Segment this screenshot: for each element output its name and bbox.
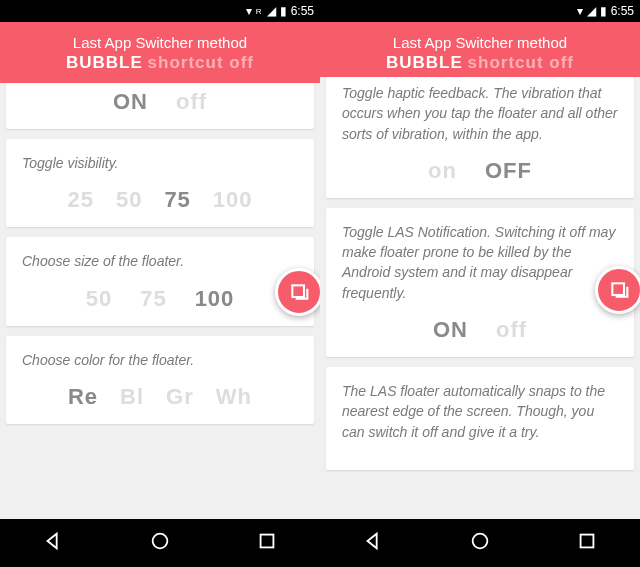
svg-rect-0 bbox=[292, 285, 304, 297]
header-subtitle: BUBBLE shortcut off bbox=[0, 53, 320, 73]
card-color: Choose color for the floater. Re Bl Gr W… bbox=[6, 336, 314, 424]
floater-icon bbox=[289, 282, 309, 302]
svg-rect-3 bbox=[612, 283, 624, 295]
card-snap: The LAS floater automatically snaps to t… bbox=[326, 367, 634, 470]
method-bubble: BUBBLE bbox=[66, 53, 143, 72]
svg-rect-2 bbox=[260, 535, 273, 548]
opt-25[interactable]: 25 bbox=[67, 187, 93, 213]
opt-75[interactable]: 75 bbox=[164, 187, 190, 213]
opt-gr[interactable]: Gr bbox=[166, 384, 194, 410]
opt-off[interactable]: off bbox=[176, 89, 207, 115]
back-button[interactable] bbox=[42, 530, 64, 556]
opt-bl[interactable]: Bl bbox=[120, 384, 144, 410]
wifi-icon: ▾ bbox=[246, 4, 252, 18]
header-title: Last App Switcher method bbox=[320, 34, 640, 51]
opt-100[interactable]: 100 bbox=[213, 187, 253, 213]
notif-options: ON off bbox=[342, 317, 618, 343]
card-size: Choose size of the floater. 50 75 100 bbox=[6, 237, 314, 325]
app-header: Last App Switcher method BUBBLE shortcut… bbox=[0, 22, 320, 83]
opt-h-off[interactable]: OFF bbox=[485, 158, 532, 184]
card-toggle: ON off bbox=[6, 83, 314, 129]
snap-desc: The LAS floater automatically snaps to t… bbox=[342, 381, 618, 442]
opt-s100[interactable]: 100 bbox=[195, 286, 235, 312]
content-area[interactable]: Toggle haptic feedback. The vibration th… bbox=[320, 77, 640, 508]
card-haptic: Toggle haptic feedback. The vibration th… bbox=[326, 77, 634, 198]
svg-point-1 bbox=[153, 534, 168, 549]
opt-re[interactable]: Re bbox=[68, 384, 98, 410]
header-subtitle: BUBBLE shortcut off bbox=[320, 53, 640, 73]
phone-right: ▾ ◢ ▮ 6:55 Last App Switcher method BUBB… bbox=[320, 0, 640, 567]
app-header: Last App Switcher method BUBBLE shortcut… bbox=[320, 22, 640, 83]
haptic-options: on OFF bbox=[342, 158, 618, 184]
battery-icon: ▮ bbox=[280, 4, 287, 18]
svg-point-4 bbox=[473, 534, 488, 549]
size-desc: Choose size of the floater. bbox=[22, 251, 298, 271]
back-button[interactable] bbox=[362, 530, 384, 556]
color-options: Re Bl Gr Wh bbox=[22, 384, 298, 410]
opt-wh[interactable]: Wh bbox=[216, 384, 252, 410]
size-options: 50 75 100 bbox=[22, 286, 298, 312]
card-visibility: Toggle visibility. 25 50 75 100 bbox=[6, 139, 314, 227]
opt-s50[interactable]: 50 bbox=[86, 286, 112, 312]
svg-rect-5 bbox=[580, 535, 593, 548]
method-shortcut: shortcut off bbox=[148, 53, 254, 72]
header-title: Last App Switcher method bbox=[0, 34, 320, 51]
phone-left: ▾ R ◢ ▮ 6:55 Last App Switcher method BU… bbox=[0, 0, 320, 567]
method-bubble: BUBBLE bbox=[386, 53, 463, 72]
visibility-desc: Toggle visibility. bbox=[22, 153, 298, 173]
signal-icon: ◢ bbox=[267, 4, 276, 18]
network-r: R bbox=[256, 7, 262, 16]
clock: 6:55 bbox=[291, 4, 314, 18]
home-button[interactable] bbox=[149, 530, 171, 556]
home-button[interactable] bbox=[469, 530, 491, 556]
content-area[interactable]: ON off Toggle visibility. 25 50 75 100 C… bbox=[0, 83, 320, 514]
opt-on[interactable]: ON bbox=[113, 89, 148, 115]
method-shortcut: shortcut off bbox=[468, 53, 574, 72]
signal-icon: ◢ bbox=[587, 4, 596, 18]
nav-bar bbox=[320, 519, 640, 567]
opt-n-on[interactable]: ON bbox=[433, 317, 468, 343]
clock: 6:55 bbox=[611, 4, 634, 18]
floater-icon bbox=[609, 280, 629, 300]
color-desc: Choose color for the floater. bbox=[22, 350, 298, 370]
nav-bar bbox=[0, 519, 320, 567]
status-bar: ▾ ◢ ▮ 6:55 bbox=[320, 0, 640, 22]
battery-icon: ▮ bbox=[600, 4, 607, 18]
wifi-icon: ▾ bbox=[577, 4, 583, 18]
visibility-options: 25 50 75 100 bbox=[22, 187, 298, 213]
toggle-options: ON off bbox=[22, 89, 298, 115]
haptic-desc: Toggle haptic feedback. The vibration th… bbox=[342, 83, 618, 144]
las-floater[interactable] bbox=[275, 268, 320, 316]
recent-button[interactable] bbox=[576, 530, 598, 556]
opt-h-on[interactable]: on bbox=[428, 158, 457, 184]
notif-desc: Toggle LAS Notification. Switching it of… bbox=[342, 222, 618, 303]
recent-button[interactable] bbox=[256, 530, 278, 556]
opt-s75[interactable]: 75 bbox=[140, 286, 166, 312]
las-floater[interactable] bbox=[595, 266, 640, 314]
opt-50[interactable]: 50 bbox=[116, 187, 142, 213]
status-bar: ▾ R ◢ ▮ 6:55 bbox=[0, 0, 320, 22]
card-notification: Toggle LAS Notification. Switching it of… bbox=[326, 208, 634, 357]
opt-n-off[interactable]: off bbox=[496, 317, 527, 343]
